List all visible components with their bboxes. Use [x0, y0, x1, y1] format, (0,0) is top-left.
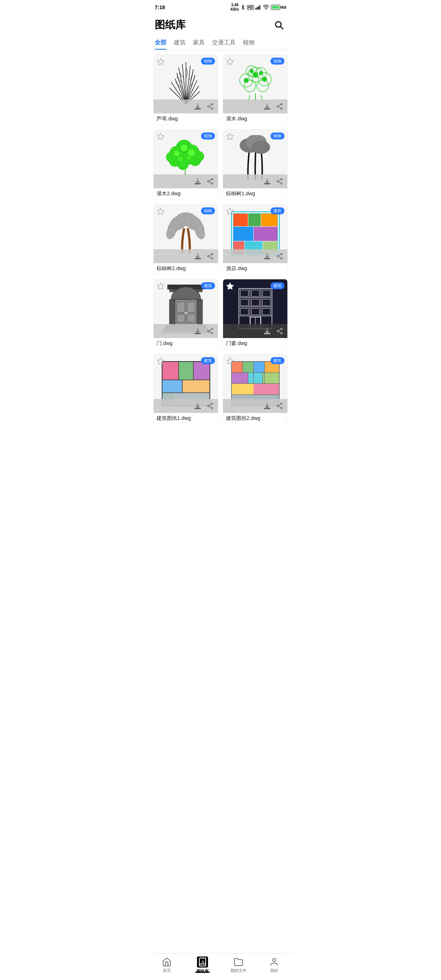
star-button[interactable] — [157, 282, 165, 291]
svg-rect-191 — [248, 372, 263, 383]
card-image: 建筑 — [153, 354, 218, 413]
list-item: 植物 — [223, 129, 288, 200]
svg-point-37 — [250, 69, 254, 73]
category-badge: 建筑 — [201, 282, 215, 289]
share-button[interactable] — [276, 177, 284, 185]
svg-rect-151 — [240, 308, 248, 315]
category-badge: 建筑 — [201, 357, 215, 364]
category-badge: 植物 — [201, 207, 215, 214]
list-item: 建筑 — [223, 354, 288, 424]
wifi-icon — [263, 5, 269, 10]
star-button[interactable] — [226, 57, 235, 67]
svg-marker-69 — [227, 133, 233, 140]
star-button[interactable] — [157, 132, 165, 141]
share-button[interactable] — [206, 327, 214, 335]
share-button[interactable] — [206, 402, 214, 410]
svg-line-25 — [209, 107, 211, 108]
download-button[interactable] — [194, 402, 202, 410]
share-button[interactable] — [206, 252, 214, 260]
card-image: 建筑 — [223, 204, 288, 263]
download-button[interactable] — [263, 327, 271, 335]
category-badge: 建筑 — [270, 207, 284, 214]
svg-rect-187 — [243, 361, 254, 372]
list-item: 植物 — [223, 54, 288, 125]
share-button[interactable] — [206, 177, 214, 185]
svg-marker-26 — [227, 58, 233, 65]
bluetooth-icon — [240, 5, 246, 10]
header: 图纸库 — [149, 13, 292, 35]
svg-line-24 — [209, 105, 211, 106]
tab-transport[interactable]: 交通工具 — [212, 35, 236, 49]
svg-point-36 — [262, 77, 267, 81]
share-button[interactable] — [276, 327, 284, 335]
svg-point-207 — [281, 407, 282, 409]
download-button[interactable] — [263, 252, 271, 260]
share-button[interactable] — [206, 102, 214, 110]
tab-plants[interactable]: 植物 — [243, 35, 255, 49]
star-button[interactable] — [226, 282, 235, 291]
star-button[interactable] — [226, 132, 235, 141]
svg-rect-122 — [197, 299, 203, 325]
download-button[interactable] — [194, 177, 202, 185]
svg-rect-166 — [193, 361, 210, 380]
svg-marker-47 — [157, 133, 164, 140]
list-item: 植物 — [153, 204, 218, 275]
action-bar — [153, 249, 218, 263]
svg-rect-97 — [233, 214, 248, 226]
card-image: 植物 — [153, 204, 218, 263]
star-button[interactable] — [157, 357, 165, 366]
download-button[interactable] — [263, 177, 271, 185]
card-image: 植物 — [223, 55, 288, 113]
star-button[interactable] — [157, 207, 165, 216]
svg-point-4 — [266, 9, 267, 10]
star-button[interactable] — [157, 57, 165, 67]
svg-line-160 — [278, 329, 281, 330]
svg-line-208 — [278, 404, 281, 405]
card-image: 建筑 — [223, 279, 288, 338]
category-badge: 建筑 — [270, 357, 284, 364]
svg-point-76 — [281, 178, 282, 180]
svg-rect-168 — [182, 380, 210, 393]
svg-point-133 — [211, 328, 213, 329]
svg-line-117 — [278, 256, 281, 258]
download-button[interactable] — [194, 252, 202, 260]
download-button[interactable] — [194, 327, 202, 335]
list-item: 建筑 — [223, 204, 288, 275]
action-bar — [153, 174, 218, 188]
list-item: 植物 — [153, 129, 218, 200]
svg-point-113 — [281, 253, 282, 255]
tab-furniture[interactable]: 家具 — [193, 35, 205, 49]
category-badge: 植物 — [270, 132, 284, 140]
tab-all[interactable]: 全部 — [155, 35, 166, 49]
share-button[interactable] — [276, 102, 284, 110]
share-button[interactable] — [276, 252, 284, 260]
svg-point-66 — [211, 183, 213, 184]
svg-marker-162 — [157, 358, 164, 364]
star-button[interactable] — [226, 357, 235, 366]
svg-rect-98 — [248, 214, 261, 226]
star-button[interactable] — [226, 207, 235, 216]
svg-rect-152 — [251, 308, 259, 315]
action-bar — [223, 399, 288, 413]
svg-line-6 — [280, 26, 283, 29]
network-speed: 3.49KB/s — [231, 3, 239, 12]
svg-point-21 — [211, 103, 213, 105]
download-button[interactable] — [263, 402, 271, 410]
svg-point-62 — [186, 155, 192, 161]
download-button[interactable] — [263, 102, 271, 110]
svg-line-137 — [209, 331, 211, 332]
tab-architecture[interactable]: 建筑 — [174, 35, 185, 49]
search-button[interactable] — [272, 18, 286, 32]
card-name: 棕榈树1.dwg — [223, 188, 288, 199]
content-grid: 植物 — [149, 50, 292, 429]
svg-rect-124 — [177, 302, 185, 312]
download-button[interactable] — [194, 102, 202, 110]
svg-point-61 — [177, 156, 184, 162]
svg-line-93 — [209, 255, 211, 255]
action-bar — [223, 249, 288, 263]
status-bar: 7:18 3.49KB/s HD 69 — [149, 0, 292, 13]
svg-rect-0 — [256, 8, 256, 10]
svg-rect-192 — [263, 372, 279, 383]
share-button[interactable] — [276, 402, 284, 410]
svg-rect-101 — [254, 226, 278, 241]
